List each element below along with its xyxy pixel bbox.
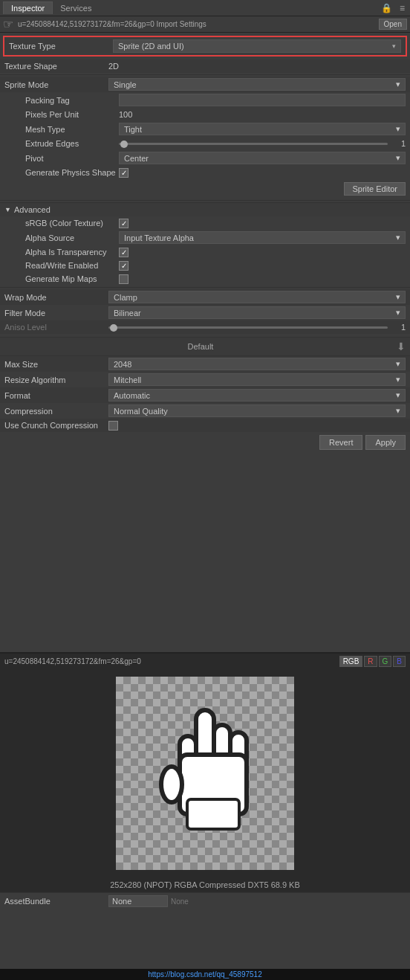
crunch-compression-checkbox[interactable] bbox=[108, 421, 118, 431]
filter-mode-dropdown[interactable]: Bilinear ▾ bbox=[108, 306, 406, 319]
preview-bar: u=2450884142,519273172&fm=26&gp=0 RGB R … bbox=[0, 652, 410, 669]
extrude-edges-slider[interactable] bbox=[119, 143, 388, 145]
wrap-mode-arrow: ▾ bbox=[396, 292, 400, 302]
pixels-per-unit-row: Pixels Per Unit 100 bbox=[0, 108, 410, 121]
srgb-checkbox[interactable] bbox=[119, 219, 128, 228]
filter-mode-row: Filter Mode Bilinear ▾ bbox=[0, 305, 410, 320]
alpha-transparency-checkbox[interactable] bbox=[119, 248, 128, 257]
generate-physics-checkbox[interactable] bbox=[119, 168, 128, 178]
format-arrow: ▾ bbox=[396, 390, 400, 400]
texture-type-dropdown[interactable]: Sprite (2D and UI) ▾ bbox=[113, 39, 401, 53]
sprite-mode-arrow: ▾ bbox=[396, 80, 400, 89]
channel-b-btn[interactable]: B bbox=[393, 656, 406, 667]
compression-row: Compression Normal Quality ▾ bbox=[0, 403, 410, 419]
advanced-section-header[interactable]: ▼ Advanced bbox=[0, 202, 410, 216]
mesh-type-arrow: ▾ bbox=[396, 124, 400, 134]
max-size-row: Max Size 2048 ▾ bbox=[0, 356, 410, 372]
max-size-arrow: ▾ bbox=[396, 359, 400, 369]
advanced-arrow: ▼ bbox=[4, 206, 11, 213]
platform-bar: Default ⬇ bbox=[0, 337, 410, 356]
alpha-source-label: Alpha Source bbox=[15, 233, 119, 242]
max-size-label: Max Size bbox=[4, 360, 108, 369]
mesh-type-value: Tight bbox=[124, 125, 142, 134]
mesh-type-label: Mesh Type bbox=[15, 125, 119, 134]
texture-info-text: 252x280 (NPOT) RGBA Compressed DXT5 68.9… bbox=[110, 880, 300, 889]
alpha-source-dropdown[interactable]: Input Texture Alpha ▾ bbox=[119, 231, 406, 244]
texture-type-label: Texture Type bbox=[9, 42, 113, 51]
compression-dropdown[interactable]: Normal Quality ▾ bbox=[108, 404, 406, 417]
texture-shape-label: Texture Shape bbox=[4, 62, 108, 71]
svg-point-5 bbox=[161, 767, 182, 802]
compression-arrow: ▾ bbox=[396, 406, 400, 416]
extrude-edges-value: 1 bbox=[391, 139, 406, 148]
mip-maps-checkbox[interactable] bbox=[119, 274, 128, 284]
texture-shape-value: 2D bbox=[108, 62, 406, 71]
open-button[interactable]: Open bbox=[379, 19, 407, 30]
resize-algorithm-arrow: ▾ bbox=[396, 375, 400, 384]
wrap-mode-dropdown[interactable]: Clamp ▾ bbox=[108, 291, 406, 303]
download-icon[interactable]: ⬇ bbox=[397, 341, 406, 352]
texture-type-value: Sprite (2D and UI) bbox=[118, 42, 184, 51]
pixels-per-unit-label: Pixels Per Unit bbox=[15, 110, 119, 119]
tab-bar: Inspector Services 🔒 ≡ bbox=[0, 0, 410, 16]
mip-maps-row: Generate Mip Maps bbox=[0, 272, 410, 286]
resize-algorithm-label: Resize Algorithm bbox=[4, 375, 108, 384]
channel-rgb-btn[interactable]: RGB bbox=[339, 656, 363, 667]
extrude-edges-label: Extrude Edges bbox=[15, 139, 119, 148]
apply-button[interactable]: Apply bbox=[365, 435, 406, 450]
mesh-type-dropdown[interactable]: Tight ▾ bbox=[119, 123, 406, 135]
alpha-source-row: Alpha Source Input Texture Alpha ▾ bbox=[0, 230, 410, 245]
generate-physics-label: Generate Physics Shape bbox=[15, 168, 119, 177]
asset-bundle-label: AssetBundle bbox=[4, 897, 108, 906]
sprite-mode-dropdown[interactable]: Single ▾ bbox=[108, 78, 406, 91]
pivot-dropdown[interactable]: Center ▾ bbox=[119, 152, 406, 164]
srgb-row: sRGB (Color Texture) bbox=[0, 216, 410, 230]
title-bar: ☞ u=2450884142,519273172&fm=26&gp=0 Impo… bbox=[0, 16, 410, 33]
asset-bundle-input[interactable] bbox=[108, 895, 168, 907]
format-dropdown[interactable]: Automatic ▾ bbox=[108, 389, 406, 402]
resize-algorithm-row: Resize Algorithm Mitchell ▾ bbox=[0, 372, 410, 387]
format-value: Automatic bbox=[114, 391, 150, 400]
platform-label: Default bbox=[4, 342, 397, 351]
packing-tag-row: Packing Tag bbox=[0, 92, 410, 108]
texture-shape-row: Texture Shape 2D bbox=[0, 59, 410, 73]
wrap-mode-value: Clamp bbox=[114, 293, 137, 302]
extrude-edges-slider-container: 1 bbox=[119, 139, 406, 148]
format-row: Format Automatic ▾ bbox=[0, 387, 410, 403]
sprite-mode-value: Single bbox=[114, 80, 137, 89]
mip-maps-label: Generate Mip Maps bbox=[15, 274, 119, 283]
menu-icon[interactable]: ≡ bbox=[397, 2, 407, 14]
read-write-checkbox[interactable] bbox=[119, 261, 128, 271]
aniso-level-row: Aniso Level 1 bbox=[0, 320, 410, 334]
filter-mode-arrow: ▾ bbox=[396, 308, 400, 317]
pixels-per-unit-value[interactable]: 100 bbox=[119, 110, 406, 119]
pivot-arrow: ▾ bbox=[396, 153, 400, 163]
tab-services[interactable]: Services bbox=[53, 2, 99, 14]
channel-r-btn[interactable]: R bbox=[364, 656, 377, 667]
aniso-slider-container: 1 bbox=[108, 323, 406, 332]
empty-space bbox=[0, 453, 410, 646]
revert-button[interactable]: Revert bbox=[319, 435, 362, 450]
alpha-transparency-label: Alpha Is Transparency bbox=[15, 248, 119, 257]
sprite-editor-button[interactable]: Sprite Editor bbox=[344, 182, 406, 196]
texture-type-row: Texture Type Sprite (2D and UI) ▾ bbox=[3, 36, 407, 57]
compression-label: Compression bbox=[4, 407, 108, 416]
max-size-dropdown[interactable]: 2048 ▾ bbox=[108, 358, 406, 370]
preview-url-text: u=2450884142,519273172&fm=26&gp=0 bbox=[4, 657, 141, 665]
alpha-source-arrow: ▾ bbox=[396, 233, 400, 242]
aniso-slider[interactable] bbox=[108, 326, 388, 329]
sprite-mode-label: Sprite Mode bbox=[4, 80, 108, 89]
asset-bundle-extra: None bbox=[171, 897, 189, 906]
aniso-level-label: Aniso Level bbox=[4, 323, 108, 332]
crunch-compression-label: Use Crunch Compression bbox=[4, 421, 108, 430]
inspector-panel: Texture Type Sprite (2D and UI) ▾ Textur… bbox=[0, 36, 410, 453]
aniso-level-value: 1 bbox=[391, 323, 406, 332]
tab-inspector[interactable]: Inspector bbox=[3, 1, 53, 14]
lock-icon[interactable]: 🔒 bbox=[379, 2, 394, 14]
texture-type-arrow: ▾ bbox=[392, 42, 396, 50]
resize-algorithm-dropdown[interactable]: Mitchell ▾ bbox=[108, 373, 406, 386]
packing-tag-input[interactable] bbox=[119, 94, 406, 106]
filter-mode-label: Filter Mode bbox=[4, 309, 108, 317]
max-size-value: 2048 bbox=[114, 360, 131, 369]
channel-g-btn[interactable]: G bbox=[379, 656, 392, 667]
